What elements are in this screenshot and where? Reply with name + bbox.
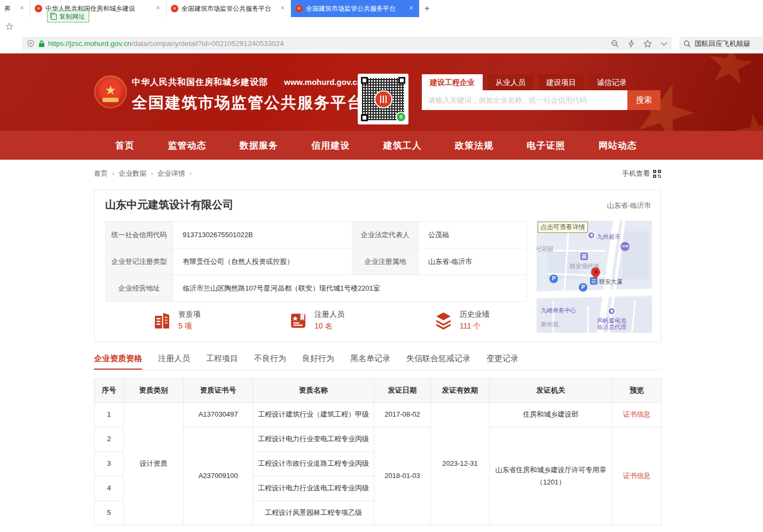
supermarket-pin-icon — [587, 231, 595, 239]
chevron-down-icon[interactable] — [660, 42, 667, 46]
map-label-supermarket: 九州超市 — [597, 233, 620, 241]
company-summary-card: 山东中元建筑设计有限公司 山东省-临沂市 统一社会信用代码 9137130267… — [94, 190, 661, 342]
lightning-icon[interactable] — [628, 40, 635, 48]
school-pin-icon — [580, 253, 588, 260]
company-stats: 资质项 5 项 注册人员 10 名 历史业绩 111 个 — [105, 309, 526, 335]
tower-pin-icon — [590, 277, 597, 285]
company-name: 山东中元建筑设计有限公司 — [105, 198, 233, 212]
cell-authority: 住房和城乡建设部 — [490, 403, 612, 427]
stat-label: 注册人员 — [314, 310, 344, 319]
nav-item-supervision[interactable]: 监管动态 — [168, 139, 206, 152]
nav-item-workers[interactable]: 建筑工人 — [383, 139, 422, 152]
favorite-star-icon[interactable] — [643, 40, 652, 48]
stat-registered-personnel[interactable]: 注册人员 10 名 — [288, 310, 344, 331]
main-navbar: 首页 监管动态 数据服务 信用建设 建筑工人 政策法规 电子证照 网站动态 — [0, 131, 763, 160]
parking-pin-icon — [579, 283, 587, 292]
col-name: 资质名称 — [253, 379, 374, 403]
nav-item-policy[interactable]: 政策法规 — [455, 139, 493, 152]
address-bar[interactable]: https://jzsc.mohurd.gov.cn/data/company/… — [22, 37, 672, 50]
cell-category: 设计资质 — [124, 403, 184, 526]
tab-qualifications[interactable]: 企业资质资格 — [94, 354, 142, 370]
shield-icon[interactable] — [27, 40, 35, 48]
layers-icon — [434, 311, 453, 331]
certificate-info-link[interactable]: 证书信息 — [612, 403, 662, 427]
cell-seq: 4 — [95, 476, 124, 501]
map-hint-label: 点击可查看详情 — [538, 222, 588, 233]
cell-seq: 5 — [95, 501, 124, 526]
tab-good-behavior[interactable]: 良好行为 — [302, 354, 334, 370]
tab-projects[interactable]: 工程项目 — [206, 354, 238, 370]
cell-issue-date: 2017-08-02 — [374, 403, 431, 427]
url-text: https://jzsc.mohurd.gov.cn/data/company/… — [48, 40, 284, 48]
tab-registered-personnel[interactable]: 注册人员 — [158, 354, 190, 370]
browser-tab-partial[interactable]: 界 — [0, 0, 30, 17]
search-tab-project[interactable]: 建设项目 — [538, 74, 584, 90]
stat-value: 5 项 — [178, 322, 201, 331]
cell-seq: 1 — [95, 403, 124, 427]
site-titles: 中华人民共和国住房和城乡建设部 www.mohurd.gov.cn 全国建筑市场… — [132, 77, 364, 114]
company-info-table: 统一社会信用代码 91371302675501022B 企业法定代表人 公茂福 … — [105, 221, 527, 302]
tab-change-records[interactable]: 变更记录 — [486, 354, 518, 370]
credit-code-value: 91371302675501022B — [173, 222, 352, 248]
quick-search-box[interactable]: 国航回应飞机颠簸 — [679, 37, 763, 50]
url-path: /data/company/detail?id=0021052912405330… — [131, 40, 284, 48]
map-label-xinhuayuan: 新华苑 — [541, 320, 559, 328]
nav-item-home[interactable]: 首页 — [115, 139, 135, 152]
certificate-info-link[interactable]: 证书信息 — [612, 427, 662, 526]
breadcrumb-home[interactable]: 首页 — [94, 169, 119, 178]
search-icon — [683, 40, 691, 48]
qr-center-logo — [374, 90, 392, 108]
company-location-map[interactable]: 点击可查看详情 九州超市 纪花园 联安现代城 联安大厦 九峰商务中心 风帆蓄电池… — [537, 221, 652, 333]
emblem-favicon-icon — [35, 5, 42, 12]
tab-blacklist[interactable]: 黑名单记录 — [350, 354, 390, 370]
url-host: https://jzsc.mohurd.gov.cn — [48, 40, 131, 48]
qualification-table: 序号 资质类别 资质证书号 资质名称 发证日期 发证有效期 发证机关 预览 1 … — [94, 378, 662, 526]
search-tab-credit[interactable]: 诚信记录 — [589, 74, 635, 90]
mobile-view-label[interactable]: 手机查看 — [622, 169, 650, 178]
address-value: 临沂市兰山区陶然路107号星河晶都（联安）现代城1号楼2201室 — [173, 275, 527, 302]
certificate-book-icon — [288, 311, 308, 331]
search-button[interactable]: 搜索 — [627, 90, 660, 110]
bookmark-star-icon[interactable] — [5, 20, 14, 33]
nav-item-credit[interactable]: 信用建设 — [311, 139, 350, 152]
legal-rep-label: 企业法定代表人 — [352, 222, 419, 248]
tab-close-icon[interactable] — [279, 5, 286, 12]
tab-dishonesty-records[interactable]: 失信联合惩戒记录 — [406, 354, 470, 370]
nav-item-site-news[interactable]: 网站动态 — [599, 139, 637, 152]
cell-name: 工程设计电力行业送电工程专业丙级 — [253, 476, 374, 501]
tab-title: 界 — [4, 4, 15, 13]
nav-item-e-license[interactable]: 电子证照 — [527, 139, 565, 152]
emblem-favicon-icon — [295, 5, 303, 12]
tab-close-icon[interactable] — [154, 5, 162, 12]
browser-tab-jzsc-active[interactable]: 全国建筑市场监管公共服务平台 — [291, 0, 419, 17]
tab-title: 全国建筑市场监管公共服务平台 — [182, 4, 276, 13]
tab-close-icon[interactable] — [18, 5, 26, 12]
qr-code-icon[interactable] — [653, 170, 661, 178]
keyword-search-input[interactable] — [422, 90, 627, 110]
browser-tab-bar: 界 中华人民共和国住房和城乡建设 全国建筑市场监管公共服务平台 全国建筑市场监管… — [0, 0, 763, 18]
reg-area-value: 山东省-临沂市 — [419, 248, 527, 275]
cell-cert-no: A137030497 — [184, 403, 253, 427]
tab-close-icon[interactable] — [407, 5, 415, 12]
decorative-star — [733, 110, 763, 131]
search-tab-enterprise[interactable]: 建设工程企业 — [422, 74, 483, 90]
stat-qualifications[interactable]: 资质项 5 项 — [152, 310, 201, 331]
header-search: 建设工程企业 从业人员 建设项目 诚信记录 搜索 — [422, 74, 660, 110]
atm-pin-icon — [620, 242, 630, 251]
browser-tab-jzsc-1[interactable]: 全国建筑市场监管公共服务平台 — [167, 0, 291, 17]
stat-label: 资质项 — [178, 310, 201, 319]
search-tab-personnel[interactable]: 从业人员 — [487, 74, 533, 90]
breadcrumb: 首页 企业数据 企业详情 手机查看 — [94, 168, 661, 179]
map-label-jiufeng: 九峰商务中心 — [541, 307, 576, 315]
zoom-out-icon[interactable] — [611, 40, 619, 48]
breadcrumb-company-detail[interactable]: 企业详情 — [158, 169, 196, 178]
tab-bad-behavior[interactable]: 不良行为 — [254, 354, 286, 370]
stat-history-performance[interactable]: 历史业绩 111 个 — [434, 310, 490, 331]
breadcrumb-company-data[interactable]: 企业数据 — [119, 169, 157, 178]
nav-item-data-service[interactable]: 数据服务 — [240, 139, 278, 152]
tab-title: 全国建筑市场监管公共服务平台 — [306, 4, 404, 13]
map-label-garden: 纪花园 — [537, 245, 553, 253]
parking-pin-icon — [549, 275, 558, 283]
cell-name: 工程设计风景园林工程专项乙级 — [253, 501, 374, 526]
new-tab-button[interactable] — [419, 0, 435, 17]
